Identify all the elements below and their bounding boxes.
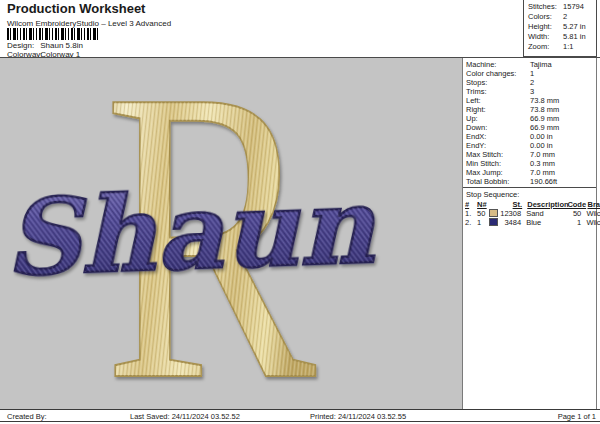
app-subtitle: Wilcom EmbroideryStudio – Level 3 Advanc…: [7, 19, 171, 28]
machine-value: 0.00 in: [530, 141, 553, 150]
summary-row: Height: 5.27 in: [524, 22, 596, 32]
last-saved: Last Saved: 24/11/2024 03.52.52: [130, 412, 240, 421]
machine-value: 190.66ft: [530, 177, 557, 186]
row-number: 2.: [465, 218, 475, 227]
summary-label: Width:: [528, 32, 561, 42]
machine-row: Machine: Tajima: [463, 60, 596, 69]
barcode: [7, 28, 98, 40]
row-stitch-count: 3484: [499, 218, 521, 227]
machine-row: Stops: 2: [463, 78, 596, 87]
page-title: Production Worksheet: [7, 1, 145, 16]
machine-row: Max Jump: 7.0 mm: [463, 168, 596, 177]
stop-sequence-row: 2. 13484 Blue 1 Wilcom: [465, 218, 596, 227]
machine-row: Down: 66.9 mm: [463, 123, 596, 132]
machine-value: 0.3 mm: [530, 159, 555, 168]
machine-value: 7.0 mm: [530, 168, 555, 177]
design-value: Shaun 5.8in: [40, 41, 83, 50]
col-brand: Brand: [587, 200, 600, 209]
row-brand: Wilcom: [586, 209, 600, 218]
stop-sequence-row: 1. 5012308 Sand 50 Wilcom: [465, 209, 596, 218]
machine-label: Down:: [466, 123, 528, 132]
design-label: Design:: [7, 41, 38, 50]
machine-value: 3: [530, 87, 534, 96]
summary-box: Stitches: 15794 Colors: 2 Height: 5.27 i…: [523, 0, 597, 57]
machine-value: 1: [530, 69, 534, 78]
machine-row: Trims: 3: [463, 87, 596, 96]
created-by: Created By:: [7, 412, 47, 421]
machine-value: 66.9 mm: [530, 123, 559, 132]
machine-value: 7.0 mm: [530, 150, 555, 159]
machine-row: Total Bobbin: 190.66ft: [463, 177, 596, 186]
summary-row: Width: 5.81 in: [524, 32, 596, 42]
row-needle: 50: [477, 209, 489, 218]
machine-value: Tajima: [530, 60, 552, 69]
row-brand: Wilcom: [586, 218, 600, 227]
row-code: 50: [566, 209, 581, 218]
row-needle: 1: [477, 218, 489, 227]
thread-color-swatch: [489, 209, 498, 217]
machine-info: Machine: Tajima Color changes: 1 Stops: …: [463, 58, 596, 186]
col-description: Description: [527, 200, 565, 209]
summary-row: Stitches: 15794: [524, 2, 596, 12]
script-name-group: Shaun Shaun: [3, 164, 378, 300]
summary-label: Height:: [528, 22, 561, 32]
script-name-texture: Shaun: [3, 164, 378, 300]
row-code: 1: [566, 218, 581, 227]
machine-row: Up: 66.9 mm: [463, 114, 596, 123]
machine-label: Min Stitch:: [466, 159, 528, 168]
machine-label: Max Jump:: [466, 168, 528, 177]
stop-sequence-rows: 1. 5012308 Sand 50 Wilcom 2. 13484 Blue …: [465, 209, 596, 227]
footer: Created By: Last Saved: 24/11/2024 03.52…: [0, 409, 600, 422]
thread-color-swatch: [489, 218, 498, 226]
machine-value: 73.8 mm: [530, 96, 559, 105]
machine-row: EndX: 0.00 in: [463, 132, 596, 141]
machine-label: Color changes:: [466, 69, 528, 78]
row-description: Blue: [526, 218, 564, 227]
machine-label: EndY:: [466, 141, 528, 150]
stop-sequence-table: # N# St. Description Code Brand 1. 50123…: [463, 200, 596, 227]
summary-value: 2: [563, 12, 567, 21]
machine-row: EndY: 0.00 in: [463, 141, 596, 150]
machine-value: 73.8 mm: [530, 105, 559, 114]
machine-row: Right: 73.8 mm: [463, 105, 596, 114]
machine-row: Max Stitch: 7.0 mm: [463, 150, 596, 159]
machine-label: Left:: [466, 96, 528, 105]
printed: Printed: 24/11/2024 03.52.55: [310, 412, 406, 421]
info-panel: Machine: Tajima Color changes: 1 Stops: …: [463, 58, 597, 409]
summary-label: Zoom:: [528, 42, 561, 52]
summary-value: 5.27 in: [563, 22, 586, 31]
machine-label: Stops:: [466, 78, 528, 87]
summary-label: Stitches:: [528, 2, 561, 12]
machine-value: 66.9 mm: [530, 114, 559, 123]
stop-sequence-header: # N# St. Description Code Brand: [465, 200, 596, 209]
machine-label: Trims:: [466, 87, 528, 96]
col-needle: N#: [477, 200, 489, 209]
embroidery-design: R R Shaun Shaun: [0, 58, 462, 408]
col-stitches: St.: [491, 200, 522, 209]
summary-value: 1:1: [563, 42, 573, 51]
machine-label: Machine:: [466, 60, 528, 69]
summary-value: 15794: [563, 2, 584, 11]
machine-row: Left: 73.8 mm: [463, 96, 596, 105]
machine-row: Color changes: 1: [463, 69, 596, 78]
page-number: Page 1 of 1: [558, 412, 596, 421]
machine-label: Total Bobbin:: [466, 177, 528, 186]
summary-value: 5.81 in: [563, 32, 586, 41]
production-worksheet-page: Production Worksheet Wilcom EmbroiderySt…: [0, 0, 600, 424]
machine-label: Max Stitch:: [466, 150, 528, 159]
col-code: Code: [567, 200, 582, 209]
design-canvas: R R Shaun Shaun: [0, 58, 463, 409]
machine-label: Right:: [466, 105, 528, 114]
row-stitch-count: 12308: [499, 209, 521, 218]
row-description: Sand: [526, 209, 564, 218]
stop-sequence-title: Stop Sequence:: [463, 188, 596, 200]
machine-value: 0.00 in: [530, 132, 553, 141]
machine-label: Up:: [466, 114, 528, 123]
summary-row: Zoom: 1:1: [524, 42, 596, 52]
summary-label: Colors:: [528, 12, 561, 22]
machine-label: EndX:: [466, 132, 528, 141]
machine-value: 2: [530, 78, 534, 87]
col-hash: #: [465, 200, 475, 209]
design-row: Design: Shaun 5.8in: [7, 41, 83, 50]
machine-row: Min Stitch: 0.3 mm: [463, 159, 596, 168]
